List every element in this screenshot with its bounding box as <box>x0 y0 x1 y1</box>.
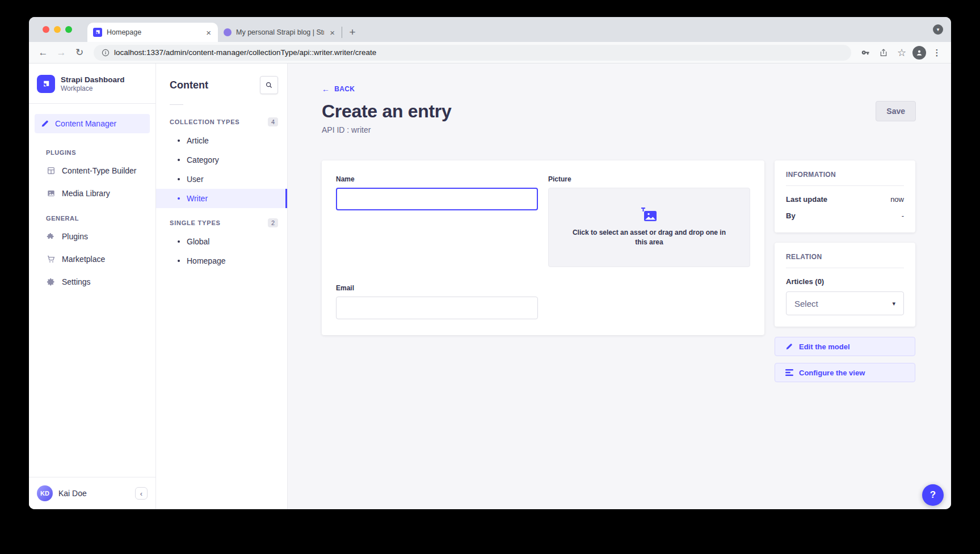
tab-separator <box>342 27 342 38</box>
address-bar[interactable]: localhost:1337/admin/content-manager/col… <box>94 45 851 61</box>
new-tab-button[interactable]: + <box>344 24 360 40</box>
sidebar-item-label: Marketplace <box>62 255 105 264</box>
sidebar-item-label: Content-Type Builder <box>62 166 137 175</box>
articles-select[interactable]: Select ▾ <box>786 291 904 315</box>
maximize-window-button[interactable] <box>65 26 72 33</box>
collapse-sidebar-button[interactable]: ‹ <box>135 487 148 500</box>
picture-hint: Click to select an asset or drag and dro… <box>566 228 733 247</box>
bullet-icon <box>178 260 180 262</box>
bullet-icon <box>178 240 180 243</box>
info-row-last-update: Last update now <box>786 195 904 204</box>
browser-profile-avatar[interactable] <box>912 46 926 60</box>
sidebar-item-settings[interactable]: Settings <box>29 270 155 293</box>
back-arrow-icon: ← <box>322 84 330 94</box>
edit-model-label: Edit the model <box>799 342 850 351</box>
strapi-favicon-icon <box>93 28 102 37</box>
relation-panel: RELATION Articles (0) Select ▾ <box>775 243 915 327</box>
api-id-subtitle: API ID : writer <box>322 125 452 134</box>
content-sidebar: Content COLLECTION TYPES 4 Article Categ… <box>156 64 288 509</box>
share-icon[interactable] <box>876 45 891 60</box>
tab-close-icon[interactable]: × <box>329 28 336 37</box>
tab-title: Homepage <box>107 28 200 36</box>
tab-close-icon[interactable]: × <box>205 28 212 37</box>
single-types-label: SINGLE TYPES <box>170 219 221 226</box>
blog-favicon-icon <box>224 28 232 36</box>
sidebar-item-label: Plugins <box>62 232 88 241</box>
sidebar-item-content-manager[interactable]: Content Manager <box>35 114 150 133</box>
sidebar-item-label: Settings <box>62 277 91 286</box>
pencil-icon <box>785 342 793 350</box>
back-link[interactable]: ← BACK <box>322 84 355 94</box>
user-name: Kai Doe <box>58 489 129 498</box>
save-button[interactable]: Save <box>876 101 916 121</box>
sidebar-item-content-type-builder[interactable]: Content-Type Builder <box>29 159 155 182</box>
pen-icon <box>40 119 49 128</box>
item-label: User <box>187 175 204 184</box>
tab-title: My personal Strapi blog | Strap <box>236 28 324 36</box>
info-value: now <box>890 195 904 204</box>
relation-title: RELATION <box>786 253 904 261</box>
user-row: KD Kai Doe ‹ <box>29 477 155 509</box>
tab-strapi-blog[interactable]: My personal Strapi blog | Strap × <box>218 23 342 42</box>
strapi-logo-icon <box>37 75 55 93</box>
item-label: Homepage <box>187 256 226 265</box>
bookmark-star-icon[interactable]: ☆ <box>894 45 909 60</box>
information-title: INFORMATION <box>786 171 904 179</box>
email-label: Email <box>336 284 538 292</box>
chevron-down-icon: ▾ <box>892 300 895 307</box>
help-button[interactable]: ? <box>922 484 944 506</box>
minimize-window-button[interactable] <box>54 26 61 33</box>
sidebar-item-plugins[interactable]: Plugins <box>29 225 155 248</box>
image-icon <box>46 189 56 198</box>
single-types-count: 2 <box>268 218 278 227</box>
puzzle-icon <box>46 232 56 241</box>
bullet-icon <box>178 139 180 142</box>
cart-icon <box>46 255 56 264</box>
info-icon <box>102 49 110 57</box>
browser-window: Homepage × My personal Strapi blog | Str… <box>29 17 951 509</box>
search-button[interactable] <box>260 76 278 94</box>
info-row-by: By - <box>786 212 904 220</box>
brand-title: Strapi Dashboard <box>61 75 125 85</box>
edit-model-button[interactable]: Edit the model <box>775 337 915 356</box>
content-sidebar-title: Content <box>170 79 208 91</box>
email-input[interactable] <box>336 297 538 319</box>
name-input[interactable] <box>336 188 538 210</box>
configure-view-label: Configure the view <box>799 369 865 377</box>
avatar: KD <box>37 485 53 501</box>
password-key-icon[interactable] <box>858 45 873 60</box>
tab-search-button[interactable]: ▾ <box>933 24 943 35</box>
brand-subtitle: Workplace <box>61 84 125 92</box>
section-label-plugins: PLUGINS <box>29 139 155 159</box>
tab-homepage[interactable]: Homepage × <box>87 23 218 42</box>
sidebar-item-marketplace[interactable]: Marketplace <box>29 248 155 270</box>
sidebar-item-category[interactable]: Category <box>156 150 287 170</box>
forward-icon[interactable]: → <box>54 45 69 60</box>
sidebar-item-writer[interactable]: Writer <box>156 189 287 208</box>
search-icon <box>265 81 273 89</box>
back-label: BACK <box>334 85 355 93</box>
item-label: Article <box>187 136 209 145</box>
sidebar-item-homepage[interactable]: Homepage <box>156 251 287 270</box>
add-image-icon <box>641 208 658 222</box>
bullet-icon <box>178 159 180 161</box>
close-window-button[interactable] <box>43 26 49 33</box>
main-sidebar: Strapi Dashboard Workplace Content Manag… <box>29 64 156 509</box>
configure-view-button[interactable]: Configure the view <box>775 363 915 382</box>
reload-icon[interactable]: ↻ <box>72 45 87 60</box>
gear-icon <box>46 277 56 286</box>
strapi-admin: Strapi Dashboard Workplace Content Manag… <box>29 64 951 509</box>
item-label: Global <box>187 237 209 246</box>
browser-toolbar: ← → ↻ localhost:1337/admin/content-manag… <box>29 42 951 64</box>
info-key: By <box>786 212 796 220</box>
sidebar-item-label: Media Library <box>62 189 110 198</box>
back-icon[interactable]: ← <box>36 45 51 60</box>
browser-menu-icon[interactable]: ⋮ <box>929 45 944 60</box>
sidebar-item-article[interactable]: Article <box>156 131 287 150</box>
sidebar-item-global[interactable]: Global <box>156 232 287 251</box>
sidebar-item-user[interactable]: User <box>156 170 287 189</box>
name-label: Name <box>336 175 538 183</box>
picture-dropzone[interactable]: Click to select an asset or drag and dro… <box>548 188 750 267</box>
sidebar-item-media-library[interactable]: Media Library <box>29 182 155 205</box>
sidebar-item-label: Content Manager <box>55 119 116 128</box>
